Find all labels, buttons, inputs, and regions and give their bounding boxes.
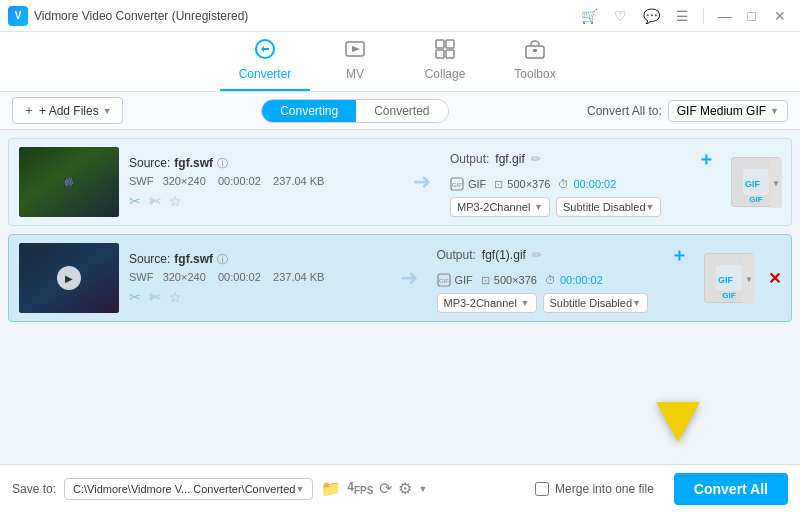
subtitle-dropdown-2[interactable]: Subtitle Disabled ▼	[543, 293, 648, 313]
thumbnail-2[interactable]: ▶	[19, 243, 119, 313]
add-output-btn-2[interactable]: ＋	[670, 243, 688, 267]
thumb-more-1[interactable]: ▼	[770, 158, 782, 208]
save-path-box[interactable]: C:\Vidmore\Vidmore V... Converter\Conver…	[64, 478, 313, 500]
settings-arrow[interactable]: ▼	[418, 484, 427, 494]
plus-icon: ＋	[23, 102, 35, 119]
audio-chevron-2: ▼	[521, 298, 530, 308]
merge-section: Merge into one file	[535, 482, 654, 496]
cut-icon-1[interactable]: ✂	[129, 193, 141, 209]
bottom-icons: 📁 4FPS ⟳ ⚙ ▼	[321, 479, 427, 498]
audio-channel-dropdown-2[interactable]: MP3-2Channel ▼	[437, 293, 537, 313]
output-thumb-2[interactable]: GIF GIF ▼	[704, 253, 754, 303]
dropdown-arrow-icon: ▼	[103, 106, 112, 116]
maximize-icon[interactable]: □	[744, 6, 760, 26]
cut-icon-2[interactable]: ✂	[129, 289, 141, 305]
settings-icon[interactable]: ⚙	[398, 479, 412, 498]
add-files-button[interactable]: ＋ + Add Files ▼	[12, 97, 123, 124]
svg-text:GIF: GIF	[745, 179, 761, 189]
scissors-icon-1[interactable]: ✄	[149, 193, 161, 209]
output-params-row-1: GIF GIF ⊡ 500×376 ⏱ 00:00:02	[450, 177, 715, 191]
svg-rect-4	[436, 50, 444, 58]
output-thumb-area-1: GIF GIF ▼	[731, 157, 781, 207]
res-icon-1: ⊡	[494, 178, 503, 191]
tab-collage[interactable]: Collage	[400, 33, 490, 91]
refresh-icon[interactable]: ⟳	[379, 479, 392, 498]
output-duration-2: 00:00:02	[560, 274, 603, 286]
save-to-label: Save to:	[12, 482, 56, 496]
audio-channel-label-2: MP3-2Channel	[444, 297, 517, 309]
right-arrow-1: ➜	[413, 169, 431, 195]
add-output-btn-1[interactable]: ＋	[697, 147, 715, 171]
svg-rect-3	[446, 40, 454, 48]
info-icon-1[interactable]: ⓘ	[217, 156, 228, 171]
right-arrow-2: ➜	[400, 265, 418, 291]
convert-all-format-dropdown[interactable]: GIF Medium GIF ▼	[668, 100, 788, 122]
title-controls[interactable]: 🛒 ♡ 💬 ☰ — □ ✕	[577, 6, 792, 26]
user-icon[interactable]: ♡	[610, 6, 631, 26]
output-section-2: Output: fgf(1).gif ✏ ＋ GIF GIF ⊡ 500×376	[437, 243, 689, 313]
output-section-1: Output: fgf.gif ✏ ＋ GIF GIF ⊡ 500×376	[450, 147, 715, 217]
tab-mv[interactable]: MV	[310, 33, 400, 91]
duration-2: 00:00:02	[218, 271, 261, 283]
subtitle-label-2: Subtitle Disabled	[550, 297, 633, 309]
format-label: GIF Medium GIF	[677, 104, 766, 118]
meta-row-2: SWF 320×240 00:00:02 237.04 KB	[129, 271, 381, 283]
arrow-pointer	[656, 402, 700, 442]
convert-all-button[interactable]: Convert All	[674, 473, 788, 505]
source-row-2: Source: fgf.swf ⓘ	[129, 252, 381, 267]
app-logo: V	[8, 6, 28, 26]
toolbar: ＋ + Add Files ▼ Converting Converted Con…	[0, 92, 800, 130]
edit-video-icon-2[interactable]: ☆	[169, 289, 182, 305]
close-button[interactable]: ✕	[768, 6, 792, 26]
shop-icon[interactable]: 🛒	[577, 6, 602, 26]
output-duration-1: 00:00:02	[573, 178, 616, 190]
folder-icon[interactable]: 📁	[321, 479, 341, 498]
info-icon-2[interactable]: ⓘ	[217, 252, 228, 267]
dropdowns-row-2: MP3-2Channel ▼ Subtitle Disabled ▼	[437, 293, 689, 313]
audio-channel-dropdown-1[interactable]: MP3-2Channel ▼	[450, 197, 550, 217]
merge-label[interactable]: Merge into one file	[555, 482, 654, 496]
source-name-2: fgf.swf	[174, 252, 213, 266]
title-bar: V Vidmore Video Converter (Unregistered)…	[0, 0, 800, 32]
minimize-icon[interactable]: —	[714, 6, 736, 26]
format-1: SWF	[129, 175, 153, 187]
source-row-1: Source: fgf.swf ⓘ	[129, 156, 394, 171]
format-dropdown-arrow: ▼	[770, 106, 779, 116]
remove-button-2[interactable]: ✕	[768, 269, 781, 288]
gif-icon-2: GIF	[437, 273, 451, 287]
message-icon[interactable]: 💬	[639, 6, 664, 26]
add-files-label: + Add Files	[39, 104, 99, 118]
path-dropdown-arrow: ▼	[295, 484, 304, 494]
filter-tab-converted[interactable]: Converted	[356, 100, 447, 122]
subtitle-dropdown-1[interactable]: Subtitle Disabled ▼	[556, 197, 661, 217]
output-top-row-2: Output: fgf(1).gif ✏ ＋	[437, 243, 689, 267]
subtitle-label-1: Subtitle Disabled	[563, 201, 646, 213]
thumbnail-1[interactable]: 🎆	[19, 147, 119, 217]
output-thumb-area-2: GIF GIF ▼	[704, 253, 754, 303]
scissors-icon-2[interactable]: ✄	[149, 289, 161, 305]
merge-checkbox[interactable]	[535, 482, 549, 496]
audio-channel-label-1: MP3-2Channel	[457, 201, 530, 213]
fps-icon[interactable]: 4FPS	[347, 480, 373, 496]
edit-output-icon-2[interactable]: ✏	[532, 248, 542, 262]
output-thumb-1[interactable]: GIF GIF ▼	[731, 157, 781, 207]
tab-toolbox[interactable]: Toolbox	[490, 33, 580, 91]
thumb-more-2[interactable]: ▼	[743, 254, 755, 304]
source-name-1: fgf.swf	[174, 156, 213, 170]
output-format-1: GIF	[468, 178, 486, 190]
mv-label: MV	[346, 67, 364, 81]
menu-icon[interactable]: ☰	[672, 6, 693, 26]
play-button-2[interactable]: ▶	[57, 266, 81, 290]
output-res-2: 500×376	[494, 274, 537, 286]
output-format-2: GIF	[455, 274, 473, 286]
edit-output-icon-1[interactable]: ✏	[531, 152, 541, 166]
tab-converter[interactable]: Converter	[220, 33, 310, 91]
output-filename-1: fgf.gif	[495, 152, 524, 166]
edit-video-icon-1[interactable]: ☆	[169, 193, 182, 209]
actions-row-2: ✂ ✄ ☆	[129, 289, 381, 305]
time-param-2: ⏱ 00:00:02	[545, 274, 603, 286]
filter-tab-converting[interactable]: Converting	[262, 100, 356, 122]
svg-text:GIF: GIF	[718, 275, 734, 285]
collage-icon	[434, 38, 456, 65]
arrow-section-1: ➜	[404, 169, 440, 195]
